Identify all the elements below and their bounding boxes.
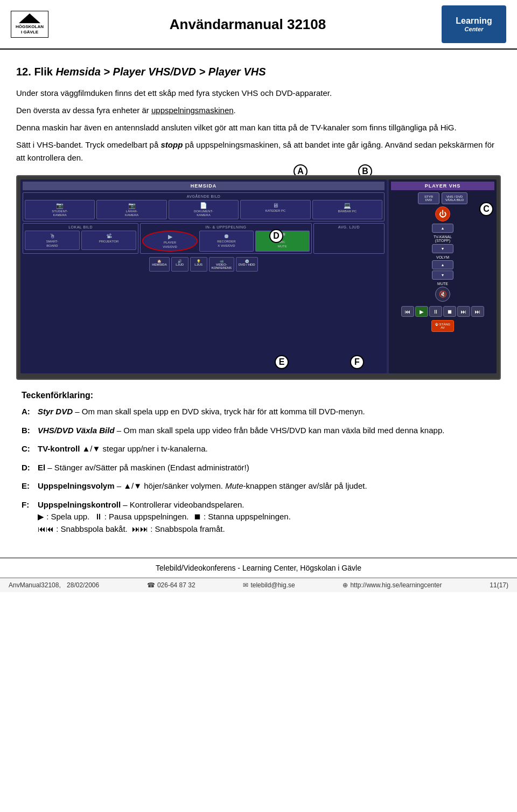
footer-email: telebild@hig.se bbox=[243, 581, 295, 589]
stang-av-row: ⏻ STÄNGAV bbox=[391, 320, 494, 332]
vhs-dvd-btn[interactable]: VHS / DVDVÄXLA BILD bbox=[442, 192, 467, 204]
legend-item-e: E: Uppspelningsvolym – ▲/▼ höjer/sänker … bbox=[22, 480, 495, 492]
nav-hemsida-label: HEMSIDA bbox=[152, 263, 166, 266]
legend-key-a: A: bbox=[22, 406, 38, 418]
rewind-fast-btn[interactable]: ⏮ bbox=[401, 306, 414, 317]
avgaende-bild-header: AVGÅENDE BILD bbox=[25, 195, 382, 198]
nav-dvd-hdd-label: DVD / HDD bbox=[239, 263, 255, 266]
legend-item-d: D: El – Stänger av/Sätter på maskinen (E… bbox=[22, 462, 495, 474]
section-title-italic: Hemsida > Player VHS/DVD > Player VHS bbox=[55, 66, 266, 78]
projektor-label: PROJEKTOR bbox=[84, 240, 134, 244]
logo-triangle-icon bbox=[19, 13, 40, 23]
barbar-pc-label: BÄRBAR PC bbox=[315, 210, 380, 213]
smartboard-btn[interactable]: 🖱 SMART-BOARD bbox=[25, 231, 80, 249]
logo-right-line1: Learning bbox=[456, 16, 492, 26]
logo-left-text: HÖGSKOLAN I GÄVLE bbox=[16, 24, 44, 36]
nav-ljus-btn[interactable]: 💡 LJUS bbox=[190, 257, 207, 272]
stop-btn[interactable]: ⏹ bbox=[443, 306, 456, 317]
nav-dvd-hdd-btn[interactable]: 💿 DVD / HDD bbox=[236, 257, 258, 272]
mic-mute-label: MICMUTE bbox=[258, 240, 307, 248]
left-panel-header: HEMSIDA bbox=[23, 182, 385, 190]
barbar-pc-icon: 💻 bbox=[315, 202, 380, 209]
legend-item-f: F: Uppspelningskontroll – Kontrollerar v… bbox=[22, 499, 495, 536]
top-control-row: STYRDVD VHS / DVDVÄXLA BILD bbox=[391, 192, 494, 204]
legend-item-c: C: TV-kontroll ▲/▼ stegar upp/ner i tv-k… bbox=[22, 443, 495, 455]
projektor-icon: 📽 bbox=[84, 233, 134, 239]
player-label: PLAYERVHS/DVD bbox=[145, 241, 194, 248]
styr-dvd-btn[interactable]: STYRDVD bbox=[418, 192, 439, 204]
transport-controls: ⏮ ▶ ⏸ ⏹ ⏭ ⏭ bbox=[391, 306, 494, 317]
play-btn[interactable]: ▶ bbox=[415, 306, 428, 317]
section-number: 12. bbox=[16, 66, 31, 78]
body-para-3: Denna maskin har även en antennsladd ans… bbox=[16, 121, 501, 134]
kateder-pc-label: KATEDER PC bbox=[243, 209, 308, 213]
vol-up-btn[interactable]: ▲ bbox=[432, 260, 453, 269]
kateder-pc-btn[interactable]: 🖥 KATEDER PC bbox=[240, 200, 310, 219]
legend-key-c: C: bbox=[22, 443, 38, 455]
stang-av-btn[interactable]: ⏻ STÄNGAV bbox=[431, 320, 454, 332]
in-uppspelning-items: ▶ PLAYERVHS/DVD ⏺ RECORDERx VHS/DVD 🎤 MI… bbox=[142, 231, 310, 251]
legend-text-d: El – Stänger av/Sätter på maskinen (Enda… bbox=[38, 462, 495, 474]
logo-right: Learning Center bbox=[442, 5, 506, 43]
projektor-btn[interactable]: 📽 PROJEKTOR bbox=[81, 231, 136, 249]
bottom-nav: 🏠 HEMSIDA 🔊 LJUD 💡 LJUS 📹 bbox=[23, 257, 385, 272]
pause-btn[interactable]: ⏸ bbox=[429, 306, 442, 317]
legend-section: Teckenförklaring: A: Styr DVD – Om man s… bbox=[16, 391, 501, 535]
legend-key-b: B: bbox=[22, 425, 38, 437]
legend-text-b: VHS/DVD Växla Bild – Om man skall spela … bbox=[38, 425, 495, 437]
nav-hemsida-btn[interactable]: 🏠 HEMSIDA bbox=[149, 257, 169, 272]
annot-e: E bbox=[275, 355, 289, 369]
mute-label: MUTE bbox=[437, 282, 448, 286]
dokument-kamera-btn[interactable]: 📄 DOKUMENT-KAMERA bbox=[169, 200, 239, 219]
volym-label: VOLYM bbox=[436, 255, 449, 259]
nav-ljud-btn[interactable]: 🔊 LJUD bbox=[171, 257, 188, 272]
tv-kanal-label: TV-KANAL(STOPP) bbox=[391, 235, 494, 242]
footer-bottom: AnvManual32108, 28/02/2006 026-64 87 32 … bbox=[0, 578, 517, 592]
lokal-bild-header: LOKAL BILD bbox=[25, 225, 136, 229]
footer-email-address: telebild@hig.se bbox=[250, 581, 295, 589]
web-icon bbox=[343, 581, 348, 589]
legend-text-e: Uppspelningsvolym – ▲/▼ höjer/sänker vol… bbox=[38, 480, 495, 492]
nav-videokonferens-btn[interactable]: 📹 VIDEO-KONFERENS bbox=[209, 257, 234, 272]
diagram-wrapper: A B HEMSIDA AVGÅENDE BILD 📷 STUDENT-KAME… bbox=[16, 175, 501, 380]
larar-kamera-btn[interactable]: 📷 LÄRAR-KAMERA bbox=[96, 200, 166, 219]
mute-btn[interactable]: 🔇 bbox=[435, 287, 450, 302]
in-uppspelning-header: IN- & UPPSPELNING bbox=[142, 225, 310, 229]
channel-down-row: ▼ bbox=[391, 244, 494, 253]
body-para-2: Den översta av dessa fyra enheter är upp… bbox=[16, 104, 501, 117]
channel-up-btn[interactable]: ▲ bbox=[432, 224, 453, 233]
camera-items-row: 📷 STUDENT-KAMERA 📷 LÄRAR-KAMERA 📄 DOKUME… bbox=[25, 200, 382, 219]
page-title: Användarmanual 32108 bbox=[54, 16, 442, 33]
footer-phone: 026-64 87 32 bbox=[147, 581, 195, 589]
footer-website: http://www.hig.se/learningcenter bbox=[343, 581, 442, 589]
avg-ljud-section: AVG. LJUD bbox=[313, 223, 385, 253]
barbar-pc-btn[interactable]: 💻 BÄRBAR PC bbox=[312, 200, 382, 219]
screen-inner: HEMSIDA AVGÅENDE BILD 📷 STUDENT-KAMERA 📷 bbox=[20, 179, 497, 373]
nav-videokonferens-label: VIDEO-KONFERENS bbox=[212, 263, 232, 269]
footer-date: 28/02/2006 bbox=[67, 581, 99, 589]
legend-key-e: E: bbox=[22, 480, 38, 492]
player-vhs-dvd-btn[interactable]: ▶ PLAYERVHS/DVD bbox=[142, 231, 198, 251]
ff-fast-btn[interactable]: ⏭ bbox=[471, 306, 484, 317]
footer-phone-number: 026-64 87 32 bbox=[157, 581, 195, 589]
channel-down-btn[interactable]: ▼ bbox=[432, 244, 453, 253]
legend-text-c: TV-kontroll ▲/▼ stegar upp/ner i tv-kana… bbox=[38, 443, 495, 455]
avgaende-bild-section: AVGÅENDE BILD 📷 STUDENT-KAMERA 📷 LÄRAR-K… bbox=[23, 192, 385, 221]
lokal-bild-section: LOKAL BILD 🖱 SMART-BOARD 📽 PROJEKTOR bbox=[23, 223, 138, 253]
footer-center-text: Telebild/Videokonferens - Learning Cente… bbox=[156, 564, 361, 572]
power-btn[interactable]: ⏻ bbox=[435, 206, 450, 221]
student-kamera-btn[interactable]: 📷 STUDENT-KAMERA bbox=[25, 200, 95, 219]
legend-item-b: B: VHS/DVD Växla Bild – Om man skall spe… bbox=[22, 425, 495, 437]
ff-slow-btn[interactable]: ⏭ bbox=[457, 306, 470, 317]
right-panel-header: PLAYER VHS bbox=[391, 182, 494, 190]
avg-ljud-header: AVG. LJUD bbox=[316, 225, 382, 229]
recorder-icon: ⏺ bbox=[202, 233, 251, 239]
annot-c: C bbox=[479, 202, 493, 216]
student-kamera-icon: 📷 bbox=[27, 202, 92, 209]
player-icon: ▶ bbox=[145, 233, 194, 240]
legend-item-a: A: Styr DVD – Om man skall spela upp en … bbox=[22, 406, 495, 418]
recorder-btn[interactable]: ⏺ RECORDERx VHS/DVD bbox=[199, 231, 254, 251]
larar-kamera-label: LÄRAR-KAMERA bbox=[99, 210, 164, 217]
vol-down-btn[interactable]: ▼ bbox=[432, 270, 453, 280]
section-title-prefix: Flik bbox=[34, 66, 55, 78]
